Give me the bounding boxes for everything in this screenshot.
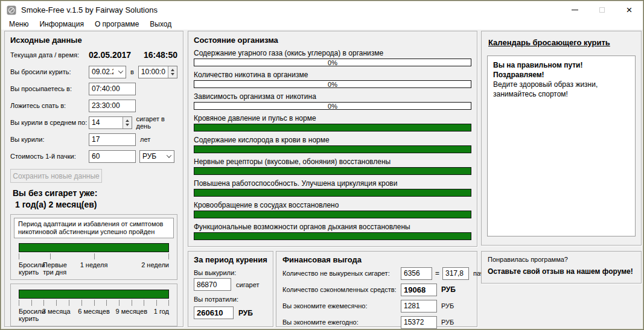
not-smoked-count-input[interactable] xyxy=(401,267,432,280)
avg-cigs-input[interactable] xyxy=(89,117,123,129)
indicator-percent-text: 0% xyxy=(194,81,471,88)
minimize-icon xyxy=(572,10,578,10)
minimize-button[interactable] xyxy=(561,1,588,19)
menu-item-exit[interactable]: Выход xyxy=(144,19,177,29)
adaptation-tick-labels: Бросили курить Первые три дня 1 неделя 2… xyxy=(19,261,169,277)
app-icon xyxy=(7,5,16,15)
first-year-progressbar xyxy=(19,290,169,299)
pack-cost-row: Стоимость 1-й пачки: xyxy=(10,150,177,163)
chevron-down-icon xyxy=(118,68,123,73)
indicator-label: Кровообращение в сосудах восстановлено xyxy=(194,201,471,209)
maximize-button[interactable] xyxy=(588,1,616,19)
close-icon: × xyxy=(626,5,633,15)
indicator-row: Содержание угарного газа (окись углерода… xyxy=(194,49,471,66)
quit-date-label: Вы бросили курить: xyxy=(10,68,89,75)
quit-date-combobox[interactable] xyxy=(89,66,126,78)
adaptation-message: Период адаптации и избавления от симптом… xyxy=(14,218,174,238)
saved-money-suffix: РУБ xyxy=(441,285,456,294)
app-window: Smoke-Free v.1.5 by Fairway Solutions × … xyxy=(0,0,644,330)
calendar-message-bold: Вы на правильном пути! Поздравляем! xyxy=(493,60,630,80)
not-smoked-label: Количество не выкуреных сигарет: xyxy=(282,270,401,277)
currency-input[interactable] xyxy=(140,151,164,162)
indicator-row: Функциональные возможности органов дыхан… xyxy=(194,223,471,240)
indicator-label: Кровяное давление и пульс в норме xyxy=(194,114,471,122)
indicator-label: Содержание кислорода в крови в норме xyxy=(194,136,471,144)
window-controls: × xyxy=(561,1,643,19)
quit-date-row: Вы бросили курить: в xyxy=(10,65,177,78)
quit-time-spinner[interactable] xyxy=(138,66,177,78)
avg-cigs-spin-buttons[interactable] xyxy=(123,117,132,129)
smoked-years-input[interactable] xyxy=(89,133,136,146)
wake-time-row: Вы просыпаетесь в: xyxy=(10,82,177,95)
smoked-count-input[interactable] xyxy=(194,278,231,291)
quit-date-dropdown-button[interactable] xyxy=(116,66,126,78)
menu-item-information[interactable]: Информация xyxy=(34,19,89,29)
forum-review-link[interactable]: Оставьте свой отзыв на нашем форуме! xyxy=(488,267,635,276)
tick-label: 6 месяцев xyxy=(78,308,109,315)
yearly-savings-label: Вы экономите ежегодно: xyxy=(282,319,401,326)
indicator-row: Зависимость организма от никотина 0% xyxy=(194,92,471,110)
body-state-title: Состояние организма xyxy=(194,36,471,45)
yearly-savings-row: Вы экономите ежегодно: РУБ xyxy=(282,315,471,329)
currency-combobox[interactable] xyxy=(139,150,174,163)
saved-money-row: Количество сэкономленных средств: РУБ xyxy=(282,282,471,297)
window-title: Smoke-Free v.1.5 by Fairway Solutions xyxy=(21,5,158,14)
spinner-down-icon xyxy=(126,124,129,126)
quit-time-input[interactable] xyxy=(139,66,168,78)
indicator-label: Зависимость организма от никотина xyxy=(194,92,471,101)
current-datetime-label: Текущая дата / время: xyxy=(10,51,89,59)
tick-label: Первые три дня xyxy=(43,261,67,276)
saved-money-label: Количество сэкономленных средств: xyxy=(282,286,401,293)
current-datetime-row: Текущая дата / время: 02.05.2017 16:48:5… xyxy=(10,48,177,62)
menu-item-menu[interactable]: Меню xyxy=(4,19,34,29)
indicator-progressbar xyxy=(194,145,471,153)
smoked-years-suffix: лет xyxy=(140,136,150,143)
monthly-savings-row: Вы экономите ежемесячно: РУБ xyxy=(282,299,471,313)
equals-sign: = xyxy=(435,269,439,278)
saved-money-input[interactable] xyxy=(401,284,437,296)
indicator-row: Повышена работоспособность. Улучшена цир… xyxy=(194,179,471,197)
calendar-message: Ведите здоровый образ жизни, занимайтесь… xyxy=(493,80,630,99)
current-date: 02.05.2017 xyxy=(89,50,144,60)
indicator-progressbar xyxy=(194,232,471,240)
monthly-savings-suffix: РУБ xyxy=(441,302,454,309)
smoking-period-title: За период курения xyxy=(194,255,267,264)
chevron-down-icon xyxy=(167,153,171,157)
maximize-icon xyxy=(599,7,605,13)
save-button[interactable]: Сохранить новые данные xyxy=(10,169,102,183)
tick-label: 3 месяца xyxy=(42,308,71,315)
wake-time-input[interactable] xyxy=(89,83,136,95)
no-smoke-value: 1 год(а) 2 месяц(ев) xyxy=(10,200,177,209)
quit-time-spin-buttons[interactable] xyxy=(168,66,177,78)
spent-amount-input[interactable] xyxy=(194,306,234,319)
spinner-down-icon xyxy=(171,73,174,75)
avg-cigs-row: Вы курили в среднем по: сигарет в день xyxy=(10,116,177,129)
tick-label: 1 год xyxy=(154,308,169,315)
tick-label: 9 месяцев xyxy=(116,308,147,315)
sleep-time-input[interactable] xyxy=(89,100,136,112)
wake-time-label: Вы просыпаетесь в: xyxy=(10,85,89,92)
quit-date-input[interactable] xyxy=(89,67,116,77)
no-smoke-label: Вы без сигарет уже: xyxy=(10,188,177,198)
indicator-label: Количество никотина в организме xyxy=(194,71,471,79)
close-button[interactable]: × xyxy=(616,1,643,19)
menu-item-about[interactable]: О программе xyxy=(89,19,144,29)
not-smoked-row: Количество не выкуреных сигарет: = пачек xyxy=(282,266,471,281)
adaptation-ticks xyxy=(19,253,169,261)
avg-cigs-spinner[interactable] xyxy=(89,116,132,129)
indicator-label: Содержание угарного газа (окись углерода… xyxy=(194,49,471,57)
indicator-progressbar: 0% xyxy=(194,80,471,88)
at-label: в xyxy=(130,68,134,75)
first-year-panel: Бросили курить 3 месяца 6 месяцев 9 меся… xyxy=(10,284,177,326)
smoked-label: Вы выкурили: xyxy=(194,269,267,276)
packs-count-input[interactable] xyxy=(442,267,469,280)
yearly-savings-input[interactable] xyxy=(401,316,437,329)
yearly-savings-suffix: РУБ xyxy=(441,319,454,326)
indicator-label: Функциональные возможности органов дыхан… xyxy=(194,223,471,231)
body-state-panel: Состояние организма Содержание угарного … xyxy=(188,31,477,247)
monthly-savings-input[interactable] xyxy=(401,300,437,313)
spent-label: Вы потратили: xyxy=(194,296,267,303)
pack-cost-input[interactable] xyxy=(89,150,136,163)
currency-dropdown-button[interactable] xyxy=(164,151,174,162)
sleep-time-row: Ложитесь спать в: xyxy=(10,99,177,112)
